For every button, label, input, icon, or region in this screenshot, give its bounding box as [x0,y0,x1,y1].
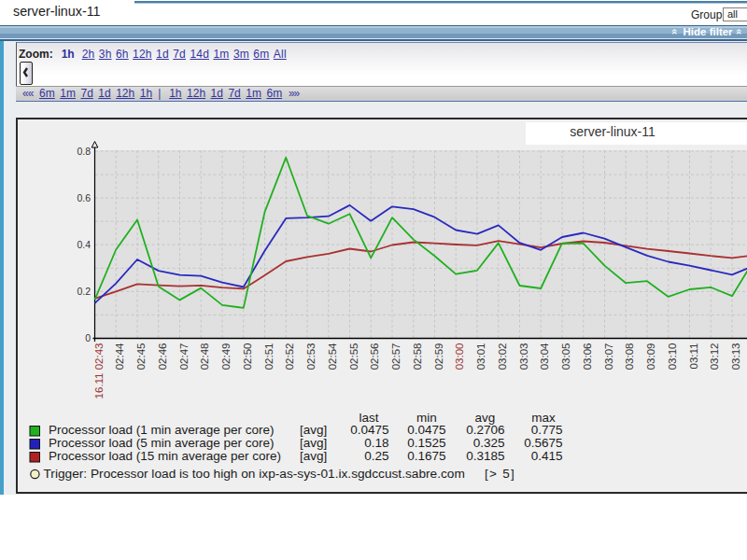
svg-text:16.11 02:43: 16.11 02:43 [93,343,105,399]
svg-text:0.1525: 0.1525 [407,436,445,450]
svg-text:03:12: 03:12 [709,343,720,371]
svg-text:03:03: 03:03 [518,343,529,371]
svg-text:03:11: 03:11 [688,343,699,370]
svg-text:03:09: 03:09 [645,343,656,371]
svg-text:03:13: 03:13 [730,343,741,371]
svg-text:02:46: 02:46 [157,343,168,371]
svg-text:03:10: 03:10 [667,343,678,371]
svg-text:[avg]: [avg] [300,423,327,437]
svg-text:03:08: 03:08 [624,343,635,371]
svg-text:Processor load (5 min average: Processor load (5 min average per core) [49,436,275,450]
svg-text:0.25: 0.25 [364,449,388,463]
svg-text:02:55: 02:55 [348,343,359,371]
svg-text:02:52: 02:52 [284,343,295,371]
svg-text:02:58: 02:58 [412,343,423,371]
svg-text:03:06: 03:06 [582,343,593,371]
svg-text:0.0475: 0.0475 [407,423,445,437]
svg-text:Trigger: Processor load is too: Trigger: Processor load is too high on i… [44,467,465,481]
svg-text:02:44: 02:44 [114,343,125,370]
svg-text:0.1675: 0.1675 [407,449,445,463]
svg-text:0.0475: 0.0475 [350,423,388,437]
svg-text:02:48: 02:48 [199,343,210,371]
svg-text:02:51: 02:51 [263,343,275,371]
svg-text:02:49: 02:49 [220,343,232,371]
svg-text:02:59: 02:59 [433,343,444,371]
svg-text:0.4: 0.4 [77,239,91,250]
svg-text:0.6: 0.6 [77,192,91,203]
svg-text:0.8: 0.8 [77,146,91,157]
svg-text:0.2: 0.2 [77,286,91,297]
svg-text:02:56: 02:56 [369,343,380,371]
svg-text:0.18: 0.18 [364,436,388,450]
svg-text:0.3185: 0.3185 [466,449,504,463]
svg-text:Processor load (1 min average: Processor load (1 min average per core) [49,423,275,437]
svg-text:03:01: 03:01 [475,343,486,371]
svg-text:[avg]: [avg] [300,436,327,450]
svg-text:03:02: 03:02 [497,343,508,371]
svg-text:server-linux-11: server-linux-11 [570,124,655,139]
svg-text:03:05: 03:05 [560,343,571,371]
svg-text:03:04: 03:04 [539,343,550,370]
svg-text:02:47: 02:47 [178,343,190,371]
svg-text:02:53: 02:53 [305,343,317,371]
svg-text:0.415: 0.415 [531,449,563,463]
svg-text:0.5675: 0.5675 [524,436,562,450]
svg-text:0.775: 0.775 [531,423,563,437]
svg-text:02:45: 02:45 [135,343,147,371]
svg-text:03:07: 03:07 [603,343,614,371]
svg-text:02:54: 02:54 [327,343,338,370]
svg-text:02:57: 02:57 [390,343,402,371]
svg-text:[avg]: [avg] [300,449,327,463]
svg-text:0.325: 0.325 [473,436,505,450]
svg-text:0: 0 [85,332,91,343]
svg-text:Processor load (15 min average: Processor load (15 min average per core) [49,449,281,463]
svg-text:03:00: 03:00 [454,343,465,371]
svg-text:02:50: 02:50 [242,343,253,371]
svg-text:[> 5]: [> 5] [485,467,515,481]
svg-text:0.2706: 0.2706 [466,423,504,437]
